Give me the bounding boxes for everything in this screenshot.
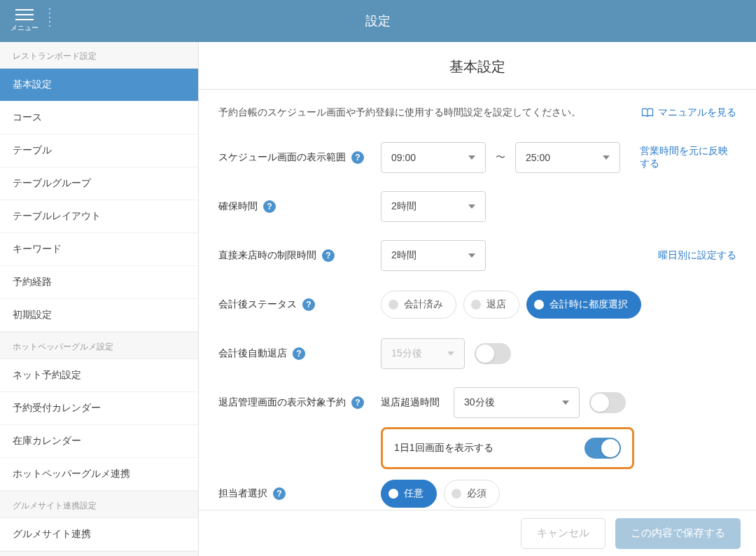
auto-leave-toggle[interactable] [475,343,511,364]
sidebar-item[interactable]: 在庫カレンダー [0,425,198,458]
sidebar-item[interactable]: グルメサイト連携 [0,518,198,551]
schedule-to-select[interactable]: 25:00 [515,142,620,173]
sidebar-item[interactable]: 基本設定 [0,69,198,102]
sidebar-section-header: ホットペッパーグルメ設定 [0,332,198,359]
row-schedule-range: スケジュール画面の表示範囲? 09:00 〜 25:00 営業時間を元に反映する [218,133,736,182]
sidebar-item[interactable]: 予約経路 [0,266,198,299]
help-icon[interactable]: ? [263,200,276,213]
help-icon[interactable]: ? [293,347,305,360]
save-button[interactable]: この内容で保存する [615,518,741,549]
overdue-select[interactable]: 30分後 [454,387,580,418]
limit-time-select[interactable]: 2時間 [381,240,486,271]
help-icon[interactable]: ? [351,396,364,409]
main-panel: 基本設定 予約台帳のスケジュール画面や予約登録に使用する時間設定を設定してくださ… [199,42,756,556]
option-pill[interactable]: 退店 [463,291,519,319]
intro-text: 予約台帳のスケジュール画面や予約登録に使用する時間設定を設定してください。 [218,106,581,119]
sidebar-item[interactable]: コース [0,102,198,134]
sidebar-section-header: Airウェイト連携設定 [0,551,198,556]
help-icon[interactable]: ? [302,298,315,311]
daily-show-highlight: 1日1回画面を表示する [381,427,634,469]
sidebar-item[interactable]: テーブル [0,134,198,167]
hamburger-icon [15,9,34,20]
sidebar-item[interactable]: テーブルグループ [0,167,198,200]
daily-show-toggle[interactable] [584,438,621,459]
sidebar-item[interactable]: 初期設定 [0,299,198,332]
row-leave-mgmt: 退店管理画面の表示対象予約? 退店超過時間 30分後 [218,378,736,427]
assignee-options: 任意必須 [381,480,500,508]
sidebar: レストランボード設定基本設定コーステーブルテーブルグループテーブルレイアウトキー… [0,42,199,556]
option-pill[interactable]: 必須 [444,480,500,508]
row-daily-show: 1日1回画面を表示する [218,427,736,469]
option-pill[interactable]: 任意 [381,480,437,508]
menu-label: メニュー [10,23,38,33]
row-assignee: 担当者選択? 任意必須 [218,469,736,510]
sidebar-item[interactable]: 予約受付カレンダー [0,392,198,425]
help-icon[interactable]: ? [351,151,364,164]
content: 予約台帳のスケジュール画面や予約登録に使用する時間設定を設定してください。 マニ… [199,90,756,510]
schedule-from-select[interactable]: 09:00 [381,142,486,173]
overdue-toggle[interactable] [589,392,626,413]
page-title: 基本設定 [199,42,756,90]
help-icon[interactable]: ? [273,487,286,500]
hold-time-select[interactable]: 2時間 [381,191,486,222]
sidebar-item[interactable]: ネット予約設定 [0,359,198,392]
tilde: 〜 [496,151,505,164]
divider [49,8,50,34]
reflect-hours-link[interactable]: 営業時間を元に反映する [640,145,736,170]
manual-link[interactable]: マニュアルを見る [641,106,736,119]
sidebar-item[interactable]: キーワード [0,233,198,266]
overdue-label: 退店超過時間 [381,396,440,409]
sidebar-item[interactable]: テーブルレイアウト [0,200,198,233]
option-pill[interactable]: 会計時に都度選択 [526,291,641,319]
row-hold-time: 確保時間? 2時間 [218,182,736,231]
topbar: メニュー 設定 [0,0,756,42]
book-icon [641,108,654,118]
sidebar-section-header: レストランボード設定 [0,42,198,69]
page-header-title: 設定 [0,13,756,29]
sidebar-item[interactable]: ホットペッパーグルメ連携 [0,458,198,491]
post-checkout-options: 会計済み退店会計時に都度選択 [381,291,641,319]
footer: キャンセル この内容で保存する [199,510,756,556]
auto-leave-select: 15分後 [381,338,465,369]
menu-button[interactable]: メニュー [0,0,49,42]
option-pill[interactable]: 会計済み [381,291,456,319]
row-auto-leave: 会計後自動退店? 15分後 [218,329,736,378]
daily-show-label: 1日1回画面を表示する [394,442,493,454]
row-post-checkout: 会計後ステータス? 会計済み退店会計時に都度選択 [218,280,736,329]
help-icon[interactable]: ? [322,249,335,262]
sidebar-section-header: グルメサイト連携設定 [0,491,198,518]
row-limit-time: 直接来店時の制限時間? 2時間 曜日別に設定する [218,231,736,280]
cancel-button[interactable]: キャンセル [521,518,606,549]
by-day-link[interactable]: 曜日別に設定する [658,249,736,262]
